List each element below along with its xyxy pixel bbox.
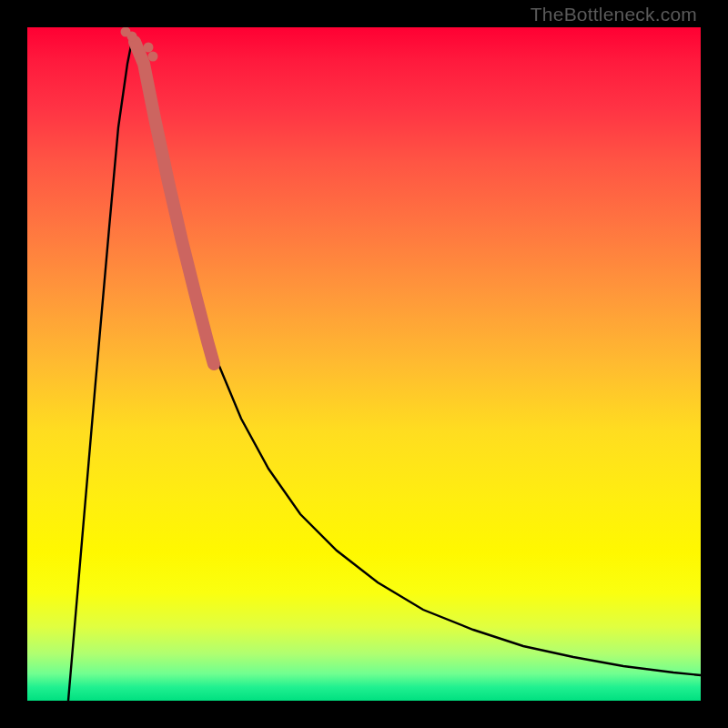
chart-frame: TheBottleneck.com <box>0 0 728 728</box>
curve-layer <box>27 27 701 701</box>
plot-area <box>27 27 701 701</box>
optimal-dot <box>148 52 158 62</box>
optimal-dot <box>121 27 131 37</box>
watermark-text: TheBottleneck.com <box>531 4 697 25</box>
optimal-dot <box>144 43 154 53</box>
optimal-range-highlight <box>135 42 214 364</box>
